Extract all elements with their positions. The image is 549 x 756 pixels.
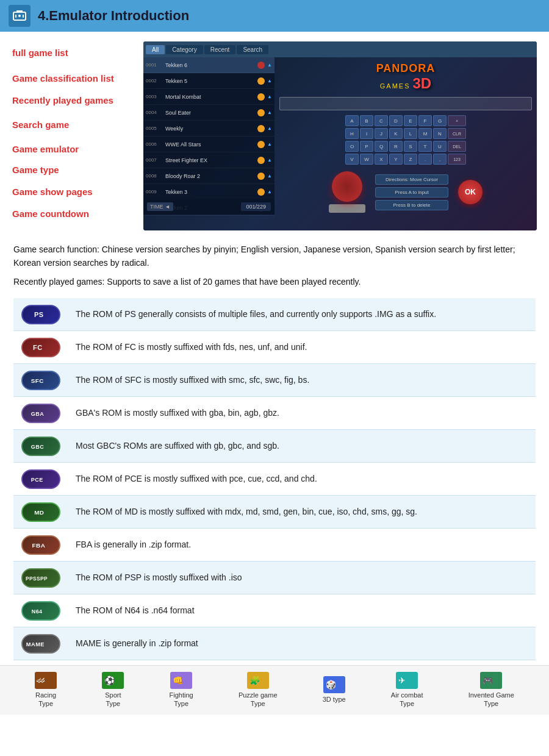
game-controls-area: Directions: Move Cursor Press A to input… [329, 171, 483, 213]
fav-icon [257, 77, 265, 85]
game-screenshot: All Category Recent Search 0001 Tekken 6… [143, 41, 537, 230]
rom-icon-fba: FBA [21, 535, 60, 555]
rom-row-gba: GBA GBA's ROM is mostly suffixed with gb… [13, 397, 536, 430]
label-game-show-pages: Game show pages [12, 187, 93, 197]
game-list-item[interactable]: 0005 Weekly ▲ [143, 121, 274, 137]
kb-key-g[interactable]: G [433, 115, 447, 126]
kb-key-v[interactable]: V [345, 154, 359, 165]
kb-key-del[interactable]: DEL [448, 141, 466, 152]
game-type-invented: 🎮 Invented GameType [468, 672, 514, 708]
kb-key-w[interactable]: W [360, 154, 373, 165]
kb-key-dot[interactable]: . [418, 154, 432, 165]
kb-key-t[interactable]: T [418, 141, 432, 152]
pandora-text-1: PANDORA [376, 62, 436, 75]
kb-key-a[interactable]: A [345, 115, 359, 126]
rom-icon-sfc: SFC [21, 371, 60, 390]
kb-row-3: O P Q R S T U DEL [279, 141, 532, 152]
game-ui: All Category Recent Search 0001 Tekken 6… [143, 41, 537, 230]
kb-key-m[interactable]: M [418, 128, 432, 139]
kb-key-n[interactable]: N [433, 128, 447, 139]
label-game-type: Game type [12, 165, 59, 175]
game-list-item[interactable]: 0008 Bloody Roar 2 ▲ [143, 168, 274, 184]
recently-description: Recently played games: Supports to save … [13, 275, 536, 288]
kb-key-i[interactable]: I [360, 128, 373, 139]
rom-icon-cell-pce: PCE [13, 466, 68, 493]
puzzle-label: Puzzle gameType [239, 691, 278, 708]
rom-row-pce: PCE The ROM of PCE is mostly suffixed wi… [13, 463, 536, 496]
kb-key-comma[interactable]: , [433, 154, 447, 165]
tab-category[interactable]: Category [166, 45, 203, 54]
kb-key-l[interactable]: L [404, 128, 417, 139]
game-list-item[interactable]: 0009 Tekken 3 ▲ [143, 184, 274, 200]
kb-key-z[interactable]: Z [404, 154, 417, 165]
instruction-2: Press A to input [375, 187, 448, 198]
kb-key-u[interactable]: U [433, 141, 447, 152]
rom-table-container: PS The ROM of PS generally consists of m… [0, 298, 549, 660]
rom-icon-md: MD [21, 502, 60, 522]
kb-key-c[interactable]: C [375, 115, 388, 126]
game-list-item[interactable]: 0006 WWE All Stars ▲ [143, 137, 274, 152]
rom-row-md: MD The ROM of MD is mostly suffixed with… [13, 496, 536, 529]
game-right-panel: PANDORA GAMES 3D A B C D [274, 57, 537, 230]
ok-button[interactable]: OK [458, 180, 483, 204]
rom-icon-cell-n64: N64 [13, 597, 68, 624]
svg-text:⚽: ⚽ [104, 676, 115, 686]
kb-key-k[interactable]: K [389, 128, 403, 139]
kb-key-f[interactable]: F [418, 115, 432, 126]
game-list-bottom: TIME ◄ 001/229 [143, 199, 274, 215]
kb-key-123[interactable]: 123 [448, 154, 466, 165]
rom-icon-gba: GBA [21, 404, 60, 423]
joystick-container [329, 171, 365, 213]
kb-key-clr[interactable]: CLR [448, 128, 466, 139]
tab-search[interactable]: Search [237, 45, 268, 54]
kb-key-h[interactable]: H [345, 128, 359, 139]
game-list-item[interactable]: 0002 Tekken 5 ▲ [143, 73, 274, 89]
rom-icon-pce: PCE [21, 469, 60, 489]
instructions-panel: Directions: Move Cursor Press A to input… [375, 174, 448, 210]
kb-key-q[interactable]: Q [375, 141, 388, 152]
game-list-item[interactable]: 0001 Tekken 6 ▲ [143, 57, 274, 73]
fighting-label: FightingType [170, 691, 193, 708]
game-list-item[interactable]: 0007 Street Fighter EX ▲ [143, 152, 274, 168]
racing-icon: 🏎 [35, 672, 57, 689]
arrow-icon: ▲ [267, 78, 272, 84]
rom-row-ppsspp: PPSSPP The ROM of PSP is mostly suffixed… [13, 562, 536, 594]
kb-row-4: V W X Y Z . , 123 [279, 154, 532, 165]
rom-icon-cell-sfc: SFC [13, 367, 68, 394]
rom-icon-gbc: GBC [21, 437, 60, 456]
kb-key-r[interactable]: R [389, 141, 403, 152]
kb-key-o[interactable]: O [345, 141, 359, 152]
rom-desc-fba: FBA is generally in .zip format. [68, 533, 536, 556]
kb-key-d[interactable]: D [389, 115, 403, 126]
rom-row-mame: MAME MAME is generally in .zip format [13, 627, 536, 660]
tab-all[interactable]: All [146, 45, 165, 54]
svg-rect-3 [23, 15, 24, 18]
kb-key-s[interactable]: S [404, 141, 417, 152]
kb-key-plus[interactable]: + [448, 115, 466, 126]
svg-text:GBC: GBC [31, 443, 44, 449]
fav-icon [257, 188, 265, 196]
rom-icon-ppsspp: PPSSPP [21, 568, 60, 588]
pandora-text-2: GAMES [380, 82, 411, 90]
kb-key-b[interactable]: B [360, 115, 373, 126]
svg-text:🏎: 🏎 [37, 675, 45, 685]
rom-desc-ppsspp: The ROM of PSP is mostly suffixed with .… [68, 566, 536, 589]
text-descriptions: Game search function: Chinese version se… [0, 235, 549, 298]
kb-key-p[interactable]: P [360, 141, 373, 152]
label-full-game-list: full game list [12, 48, 68, 58]
rom-icon-cell-md: MD [13, 499, 68, 526]
kb-key-j[interactable]: J [375, 128, 388, 139]
rom-icon-ps: PS [21, 305, 60, 324]
game-list-item[interactable]: 0003 Mortal Kombat ▲ [143, 89, 274, 105]
kb-key-x[interactable]: X [375, 154, 388, 165]
tab-recent[interactable]: Recent [204, 45, 236, 54]
kb-key-e[interactable]: E [404, 115, 417, 126]
rom-icon-cell-fba: FBA [13, 532, 68, 558]
svg-text:PPSSPP: PPSSPP [26, 575, 48, 581]
arrow-icon: ▲ [267, 94, 272, 99]
kb-key-y[interactable]: Y [389, 154, 403, 165]
game-list-item[interactable]: 0004 Soul Eater ▲ [143, 105, 274, 121]
pandora-3d: 3D [413, 75, 432, 92]
instruction-3: Press B to delete [375, 200, 448, 210]
puzzle-icon: 🧩 [247, 672, 269, 689]
